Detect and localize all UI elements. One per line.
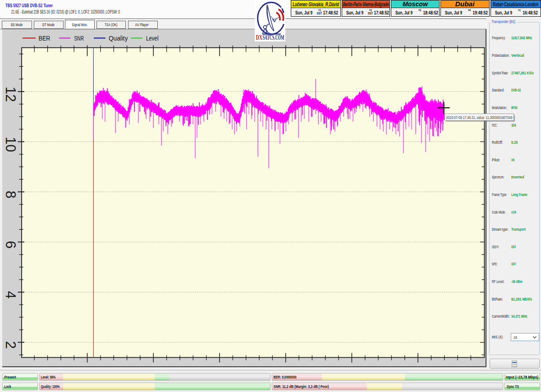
svg-text:8: 8 — [3, 191, 18, 198]
svg-text:6: 6 — [3, 241, 18, 248]
svg-text:4: 4 — [3, 291, 18, 299]
svg-text:2: 2 — [3, 341, 18, 349]
svg-text:10: 10 — [3, 137, 18, 152]
svg-text:SATCS.COM: SATCS.COM — [263, 34, 284, 41]
svg-text:12: 12 — [3, 87, 18, 102]
svg-text:DX: DX — [256, 34, 263, 41]
